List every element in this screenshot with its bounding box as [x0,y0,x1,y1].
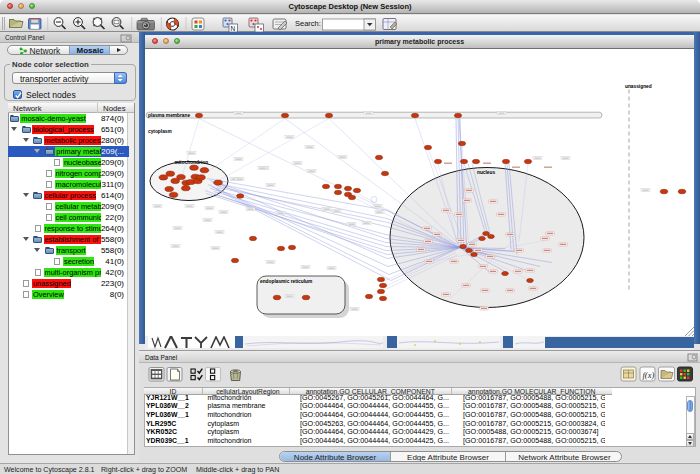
svg-text:cytoplasm: cytoplasm [148,129,172,134]
svg-text:nucleus: nucleus [477,169,495,174]
svg-text:N: N [231,24,236,31]
svg-text:mitochondrion: mitochondrion [175,159,209,164]
svg-text:plasma membrane: plasma membrane [148,113,190,118]
svg-text:Search:: Search: [295,19,321,28]
svg-text:f(x): f(x) [643,370,655,380]
svg-text:unassigned: unassigned [625,83,652,88]
svg-text:endoplasmic reticulum: endoplasmic reticulum [260,278,312,283]
